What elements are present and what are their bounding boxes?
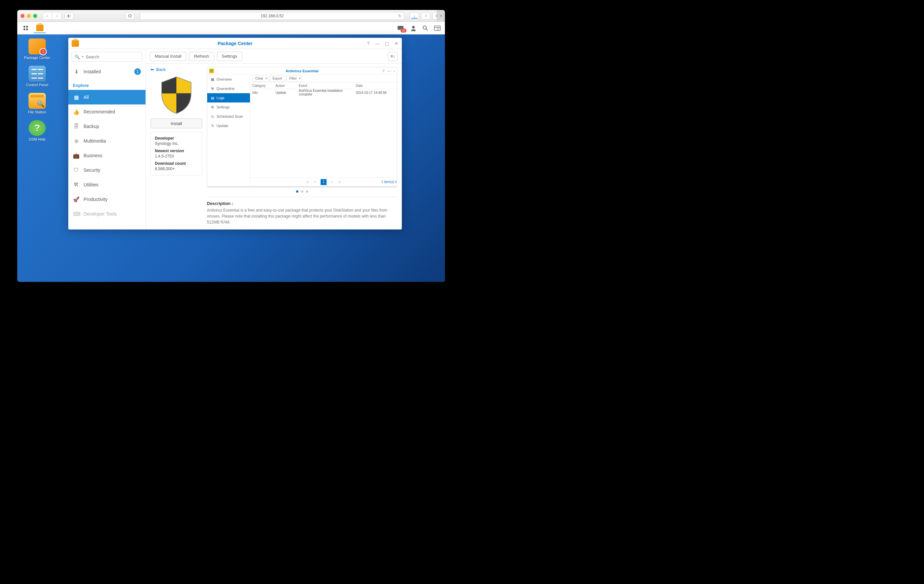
address-bar[interactable]: 192.168.0.52 ↻ <box>140 12 404 20</box>
antivirus-icon: 🛡 <box>209 69 214 73</box>
window-title: Package Center <box>68 41 402 46</box>
desktop-icon-package-center[interactable]: Package Center <box>24 38 50 60</box>
icon-label: File Station <box>28 110 46 114</box>
search-icon: 🔍 <box>74 54 80 59</box>
sidebar-toggle-button[interactable]: ◧ <box>64 12 74 20</box>
dot-2[interactable] <box>301 190 304 193</box>
package-center-icon <box>36 25 43 31</box>
window-titlebar[interactable]: Package Center ? — ▢ ✕ <box>68 38 402 49</box>
next-page-icon: » <box>331 180 333 184</box>
sidebar-label: Utilities <box>84 182 99 187</box>
refresh-button[interactable]: Refresh <box>189 52 214 61</box>
backup-icon: 🗄 <box>73 124 79 129</box>
back-link[interactable]: ⬅ Back <box>150 67 202 72</box>
sort-button[interactable]: ≡↓ <box>388 52 398 61</box>
downloads-value: 8,588,000+ <box>155 167 198 171</box>
version-label: Newest version <box>155 148 198 153</box>
widgets-button[interactable] <box>432 23 442 33</box>
detail-sidebar: ⬅ Back Install Developer Synology Inc. N… <box>150 67 202 226</box>
sidebar-item-installed[interactable]: ⬇ Installed 1 <box>68 64 145 79</box>
downloads-button[interactable]: ↓ <box>410 12 419 20</box>
search-input[interactable] <box>86 54 141 59</box>
svg-point-5 <box>423 26 426 29</box>
svg-point-4 <box>412 26 415 28</box>
col-action: Action <box>274 82 297 89</box>
rocket-icon: 🚀 <box>73 196 79 203</box>
minimize-window-button[interactable] <box>27 14 31 18</box>
desktop-icon-control-panel[interactable]: Control Panel <box>24 66 50 87</box>
col-date: Date <box>354 82 397 89</box>
last-page-icon: ⇥ <box>338 180 340 184</box>
col-category: Category <box>250 82 274 89</box>
help-icon[interactable]: ? <box>367 41 370 46</box>
back-label: Back <box>156 67 166 72</box>
ss-nav-logs: ▤Logs <box>207 93 250 102</box>
main-menu-button[interactable] <box>20 23 32 33</box>
reload-icon[interactable]: ↻ <box>398 13 401 18</box>
sidebar-item-utilities[interactable]: 🛠Utilities <box>68 177 145 192</box>
ss-nav-quarantine: ☢Quarantine <box>207 84 250 93</box>
app-icon-shield <box>158 75 195 115</box>
package-center-icon <box>28 38 46 54</box>
sidebar-item-developer-tools[interactable]: ⌨Developer Tools <box>68 206 145 221</box>
sidebar-item-multimedia[interactable]: ⊛Multimedia <box>68 134 145 148</box>
close-icon[interactable]: ✕ <box>394 41 399 46</box>
download-icon: ⬇ <box>73 69 79 75</box>
desktop-icon-dsm-help[interactable]: ? DSM Help <box>24 120 50 141</box>
sidebar-item-backup[interactable]: 🗄Backup <box>68 119 145 134</box>
user-button[interactable] <box>408 23 418 33</box>
forward-button[interactable]: › <box>52 12 61 20</box>
svg-rect-2 <box>23 28 25 30</box>
file-station-icon <box>28 93 46 109</box>
back-button[interactable]: ‹ <box>43 12 52 20</box>
search-button[interactable] <box>421 23 430 33</box>
maximize-icon[interactable]: ▢ <box>385 41 389 46</box>
minimize-icon[interactable]: — <box>375 41 380 46</box>
sidebar-item-recommended[interactable]: 👍Recommended <box>68 104 145 119</box>
manual-install-button[interactable]: Manual Install <box>150 52 186 61</box>
version-value: 1.4.5-2753 <box>155 154 198 158</box>
desktop-icons: Package Center Control Panel File Statio… <box>24 38 50 141</box>
briefcase-icon: 💼 <box>73 153 79 159</box>
close-window-button[interactable] <box>21 14 25 18</box>
main-content: Manual Install Refresh Settings ≡↓ ⬅ Bac… <box>146 49 402 229</box>
shield-icon: 🛡 <box>73 167 79 173</box>
log-table: Category Action Event Date Info Up <box>250 82 397 177</box>
col-event: Event <box>297 82 354 89</box>
dot-3[interactable] <box>306 190 309 193</box>
reader-button[interactable] <box>125 12 135 20</box>
url-text: 192.168.0.52 <box>261 13 284 18</box>
sidebar-item-productivity[interactable]: 🚀Productivity <box>68 192 145 206</box>
code-icon: ⌨ <box>73 211 79 217</box>
sidebar-heading-explore: Explore <box>68 79 145 90</box>
sidebar-label: Productivity <box>84 197 107 202</box>
screenshot-content: Clear Export Filter Category Action <box>250 74 397 186</box>
description-heading: Description : <box>207 201 397 206</box>
dot-1[interactable] <box>296 190 299 193</box>
ss-close-icon: › <box>394 69 395 73</box>
settings-button[interactable]: Settings <box>217 52 243 61</box>
item-count: 1 item(s) <box>381 180 394 184</box>
search-field[interactable]: 🔍▾ <box>72 52 142 62</box>
notification-button[interactable]: 32 <box>395 23 406 33</box>
sidebar-label: Backup <box>84 124 99 129</box>
install-button[interactable]: Install <box>150 119 202 128</box>
description-block: Description : Antivirus Essential is a f… <box>207 201 397 225</box>
installed-badge: 1 <box>134 68 141 75</box>
share-button[interactable]: ⇪ <box>421 12 430 20</box>
carousel-dots <box>207 190 397 193</box>
icon-label: Control Panel <box>26 83 48 87</box>
package-meta: Developer Synology Inc. Newest version 1… <box>150 132 202 175</box>
desktop-icon-file-station[interactable]: File Station <box>24 93 50 114</box>
svg-rect-3 <box>26 28 28 30</box>
dropdown-icon: ▾ <box>82 55 84 58</box>
taskbar-app-package-center[interactable] <box>34 23 46 33</box>
svg-rect-0 <box>23 26 25 28</box>
sidebar-item-all[interactable]: ▦All <box>68 90 145 104</box>
gear-icon: ⚙ <box>211 105 214 109</box>
new-tab-button[interactable]: + <box>437 10 445 22</box>
maximize-window-button[interactable] <box>33 14 37 18</box>
sidebar-item-business[interactable]: 💼Business <box>68 148 145 163</box>
ss-nav-update: ↻Update <box>207 121 250 130</box>
sidebar-item-security[interactable]: 🛡Security <box>68 163 145 177</box>
